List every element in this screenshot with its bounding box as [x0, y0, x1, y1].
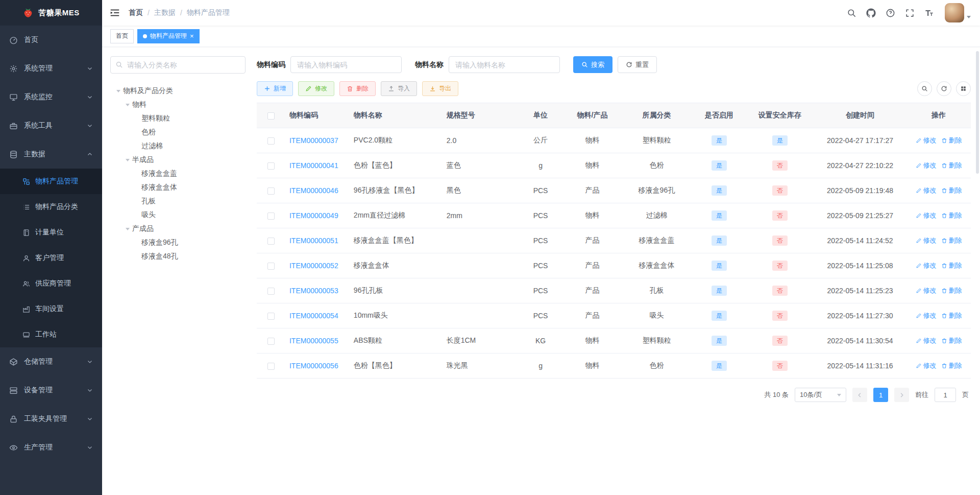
table-row[interactable]: ITEM00000056 色粉【黑色】 珠光黑 g 物料 色粉 是 否 2022…	[257, 353, 971, 379]
table-row[interactable]: ITEM00000054 10mm吸头 PCS 产品 吸头 是 否 2022-0…	[257, 303, 971, 328]
delete-row-link[interactable]: 删除	[941, 286, 962, 295]
avatar[interactable]	[945, 3, 964, 22]
edit-row-link[interactable]: 修改	[916, 236, 937, 245]
item-code-link[interactable]: ITEM00000046	[289, 186, 338, 195]
item-code-link[interactable]: ITEM00000052	[289, 262, 338, 270]
delete-row-link[interactable]: 删除	[941, 261, 962, 270]
sidebar-item-measure-unit[interactable]: 计量单位	[0, 220, 102, 245]
tree-node[interactable]: 塑料颗粒	[110, 111, 246, 125]
edit-row-link[interactable]: 修改	[916, 286, 937, 295]
table-row[interactable]: ITEM00000046 96孔移液盒【黑色】 黑色 PCS 产品 移液盒96孔…	[257, 178, 971, 203]
delete-row-link[interactable]: 删除	[941, 336, 962, 345]
sidebar-item-workshop-settings[interactable]: 车间设置	[0, 296, 102, 322]
sidebar-item-system-tools[interactable]: 系统工具	[0, 111, 102, 140]
tab-material-product-mgmt[interactable]: 物料产品管理 ×	[137, 29, 200, 43]
item-code-link[interactable]: ITEM00000055	[289, 337, 338, 345]
delete-row-link[interactable]: 删除	[941, 361, 962, 370]
sidebar-item-home[interactable]: 首页	[0, 26, 102, 54]
row-checkbox[interactable]	[267, 238, 275, 245]
tree-node[interactable]: 移液盒96孔	[110, 235, 246, 249]
logo[interactable]: 苦糖果MES	[0, 0, 102, 26]
import-button[interactable]: 导入	[381, 81, 417, 96]
user-menu[interactable]	[945, 3, 971, 22]
sidebar-item-system-admin[interactable]: 系统管理	[0, 54, 102, 83]
item-code-link[interactable]: ITEM00000037	[289, 136, 338, 145]
edit-row-link[interactable]: 修改	[916, 211, 937, 220]
table-row[interactable]: ITEM00000051 移液盒盒盖【黑色】 PCS 产品 移液盒盒盖 是 否 …	[257, 228, 971, 253]
tab-home[interactable]: 首页	[110, 29, 134, 43]
item-code-link[interactable]: ITEM00000049	[289, 211, 338, 220]
page-size-select[interactable]: 10条/页	[795, 388, 846, 402]
table-row[interactable]: ITEM00000055 ABS颗粒 长度1CM KG 物料 塑料颗粒 是 否 …	[257, 328, 971, 353]
tree-node[interactable]: 移液盒盒盖	[110, 167, 246, 180]
search-icon[interactable]	[847, 8, 856, 18]
scrollbar[interactable]	[976, 51, 979, 174]
tree-node-root[interactable]: 物料及产品分类	[110, 84, 246, 98]
row-checkbox[interactable]	[267, 187, 275, 195]
sidebar-item-supplier-mgmt[interactable]: 供应商管理	[0, 271, 102, 296]
category-search-input[interactable]	[110, 56, 246, 74]
caret-down-icon[interactable]	[122, 225, 132, 232]
item-code-link[interactable]: ITEM00000056	[289, 362, 338, 370]
tree-node[interactable]: 吸头	[110, 208, 246, 222]
close-icon[interactable]: ×	[190, 33, 194, 39]
sidebar-item-master-data[interactable]: 主数据	[0, 140, 102, 169]
delete-row-link[interactable]: 删除	[941, 311, 962, 320]
item-code-link[interactable]: ITEM00000051	[289, 237, 338, 245]
row-checkbox[interactable]	[267, 137, 275, 145]
next-page-button[interactable]	[894, 388, 909, 402]
breadcrumb-home[interactable]: 首页	[129, 8, 143, 17]
delete-row-link[interactable]: 删除	[941, 136, 962, 145]
edit-row-link[interactable]: 修改	[916, 336, 937, 345]
edit-row-link[interactable]: 修改	[916, 311, 937, 320]
font-size-icon[interactable]	[924, 8, 934, 18]
material-code-input[interactable]	[290, 56, 402, 73]
prev-page-button[interactable]	[852, 388, 867, 402]
item-code-link[interactable]: ITEM00000054	[289, 312, 338, 320]
edit-row-link[interactable]: 修改	[916, 261, 937, 270]
row-checkbox[interactable]	[267, 363, 275, 370]
row-checkbox[interactable]	[267, 313, 275, 320]
row-checkbox[interactable]	[267, 213, 275, 220]
table-row[interactable]: ITEM00000037 PVC2.0颗粒 2.0 公斤 物料 塑料颗粒 是 是…	[257, 128, 971, 153]
edit-row-link[interactable]: 修改	[916, 136, 937, 145]
select-all-checkbox[interactable]	[267, 112, 275, 120]
delete-row-link[interactable]: 删除	[941, 186, 962, 195]
tree-node[interactable]: 孔板	[110, 194, 246, 208]
caret-down-icon[interactable]	[122, 156, 132, 163]
tree-node[interactable]: 半成品	[110, 153, 246, 167]
search-button[interactable]: 搜索	[573, 56, 612, 73]
toggle-search-button[interactable]	[917, 81, 932, 96]
item-code-link[interactable]: ITEM00000053	[289, 287, 338, 295]
sidebar-item-material-product-mgmt[interactable]: 物料产品管理	[0, 169, 102, 194]
tree-node[interactable]: 过滤棉	[110, 139, 246, 153]
row-checkbox[interactable]	[267, 263, 275, 270]
table-row[interactable]: ITEM00000052 移液盒盒体 PCS 产品 移液盒盒体 是 否 2022…	[257, 253, 971, 278]
page-1-button[interactable]: 1	[873, 388, 888, 402]
goto-page-input[interactable]	[935, 388, 956, 402]
tree-node[interactable]: 物料	[110, 98, 246, 111]
sidebar-item-material-category[interactable]: 物料产品分类	[0, 194, 102, 220]
refresh-button[interactable]	[937, 81, 951, 96]
delete-row-link[interactable]: 删除	[941, 236, 962, 245]
export-button[interactable]: 导出	[422, 81, 458, 96]
sidebar-item-system-monitor[interactable]: 系统监控	[0, 83, 102, 111]
edit-row-link[interactable]: 修改	[916, 361, 937, 370]
sidebar-item-warehouse-mgmt[interactable]: 仓储管理	[0, 347, 102, 376]
sidebar-item-production-mgmt[interactable]: 生产管理	[0, 433, 102, 462]
delete-row-link[interactable]: 删除	[941, 161, 962, 170]
delete-row-link[interactable]: 删除	[941, 211, 962, 220]
material-name-input[interactable]	[449, 56, 560, 73]
row-checkbox[interactable]	[267, 288, 275, 295]
table-row[interactable]: ITEM00000053 96孔孔板 PCS 产品 孔板 是 否 2022-05…	[257, 278, 971, 303]
item-code-link[interactable]: ITEM00000041	[289, 161, 338, 170]
help-icon[interactable]	[886, 8, 895, 18]
add-button[interactable]: 新增	[257, 81, 293, 96]
sidebar-item-workstation[interactable]: 工作站	[0, 322, 102, 347]
sidebar-item-equipment-mgmt[interactable]: 设备管理	[0, 376, 102, 405]
table-row[interactable]: ITEM00000049 2mm直径过滤棉 2mm PCS 物料 过滤棉 是 否…	[257, 203, 971, 228]
column-settings-button[interactable]	[956, 81, 971, 96]
edit-row-link[interactable]: 修改	[916, 161, 937, 170]
row-checkbox[interactable]	[267, 338, 275, 345]
hamburger-icon[interactable]	[109, 7, 120, 18]
